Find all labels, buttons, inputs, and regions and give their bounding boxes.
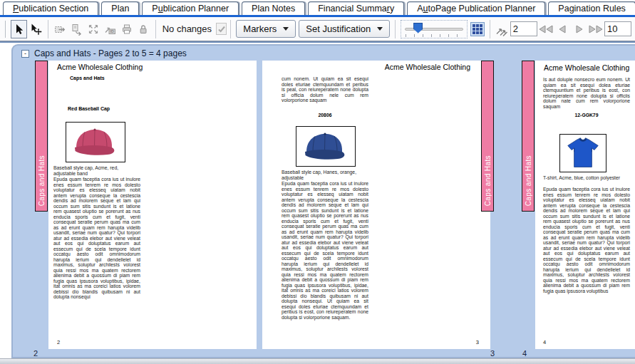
folio-number: 4 — [543, 339, 546, 345]
previous-page-button[interactable] — [554, 21, 571, 37]
product-code: 20806 — [282, 113, 368, 118]
section-title: Caps and Hats - Pages 2 to 5 = 4 pages — [34, 48, 187, 58]
body-text: Epuda quam faceptia cora ius ut inulore … — [53, 177, 140, 300]
last-page-icon — [587, 24, 604, 34]
markers-dropdown[interactable]: Markers — [236, 20, 296, 38]
flow-copy-icon — [71, 23, 83, 36]
tab-plan[interactable]: Plan — [101, 1, 139, 15]
section-header: - Caps and Hats - Pages 2 to 5 = 4 pages — [13, 46, 635, 58]
strip-page-number: 3 — [490, 349, 495, 358]
current-page-input[interactable] — [510, 21, 537, 36]
grid-view-button[interactable] — [469, 20, 485, 38]
section-panel: - Caps and Hats - Pages 2 to 5 = 4 pages… — [11, 44, 635, 358]
zoom-slider[interactable] — [401, 20, 468, 38]
masthead: Acme Wholesale Clothing — [544, 63, 629, 72]
accept-changes-checkbox[interactable] — [216, 23, 227, 35]
page-preview-4[interactable]: Caps and Hats Acme Wholesale Clothing Is… — [535, 61, 635, 349]
strip-page-number: 2 — [33, 349, 38, 358]
zoom-slider-thumb[interactable] — [413, 23, 423, 33]
folio-number: 3 — [476, 339, 479, 345]
renumber-pages-button[interactable] — [493, 20, 510, 38]
previous-page-icon — [557, 24, 567, 34]
toolbar-separator — [48, 20, 48, 38]
svg-text:ID: ID — [110, 29, 114, 33]
window-bottom-edge — [0, 358, 635, 364]
lead-text: cum nonem. Ut quiam ea sit esequi doles … — [282, 76, 368, 103]
page-count-input[interactable] — [604, 21, 631, 36]
dropdown-caret-icon — [377, 27, 383, 31]
markers-dropdown-label: Markers — [243, 24, 277, 34]
product-caption: Baseball style cap, Acme, red, adjustabl… — [53, 165, 140, 176]
lead-text: Is aut doluple nonsecro eum nonem. Ut qu… — [543, 77, 630, 109]
page-preview-3[interactable]: Caps and Hats Acme Wholesale Clothing cu… — [262, 61, 490, 349]
section-heading: Caps and Hats — [70, 76, 105, 80]
product-title: Red Baseball Cap — [68, 106, 110, 111]
print-button[interactable] — [118, 20, 135, 38]
renumber-pages-icon — [495, 22, 509, 36]
red-baseball-cap-image — [71, 126, 120, 159]
tab-plan-notes[interactable]: Plan Notes — [242, 1, 305, 15]
print-icon — [120, 23, 133, 36]
lock-icon — [137, 23, 150, 36]
masthead: Acme Wholesale Clothing — [385, 63, 470, 71]
move-tool-icon — [29, 23, 42, 36]
tab-pagination-rules[interactable]: Pagination Rules — [548, 1, 635, 15]
next-page-icon — [574, 24, 584, 34]
toolbar-gripper[interactable] — [5, 21, 7, 38]
body-text: Epuda quam faceptia cora ius ut inulore … — [282, 181, 368, 320]
assign-id-icon: ID — [103, 23, 116, 36]
page-inspector-main: - Caps and Hats - Pages 2 to 5 = 4 pages… — [0, 43, 635, 364]
set-justification-label: Set Justification — [306, 24, 371, 34]
collapse-button[interactable]: - — [21, 50, 29, 58]
next-page-button[interactable] — [571, 21, 587, 37]
product-image-frame — [66, 122, 125, 162]
scatter-arrows-button[interactable] — [85, 20, 101, 38]
toolbar-separator — [155, 20, 156, 38]
set-justification-dropdown[interactable]: Set Justification — [299, 20, 390, 38]
tab-autopage-publication-planner[interactable]: AutoPage Publication Planner — [407, 1, 545, 15]
blue-t-shirt-image — [564, 137, 602, 170]
bleed-tab-label: Caps and Hats — [484, 150, 492, 211]
dropdown-caret-icon — [283, 27, 289, 31]
product-image-frame — [296, 126, 356, 167]
assign-id-button[interactable]: ID — [102, 20, 118, 38]
first-page-button[interactable] — [537, 21, 554, 37]
folio-number: 2 — [57, 339, 60, 345]
tab-publication-section[interactable]: Publication Section — [3, 1, 98, 15]
scatter-arrows-icon — [87, 23, 100, 36]
zoom-slider-ticks — [406, 34, 463, 37]
blue-baseball-cap-image — [301, 130, 351, 163]
bleed-tab-label: Caps and Hats — [525, 150, 532, 211]
product-caption: T-shirt, Acme, blue, cotton polyester — [543, 175, 631, 181]
section-bleed-tab: Caps and Hats — [481, 61, 494, 212]
transform-icon — [53, 23, 66, 36]
section-bleed-tab: Caps and Hats — [522, 61, 535, 212]
change-status-text: No changes — [162, 24, 212, 34]
toolbar-separator — [490, 20, 490, 38]
section-bleed-tab: Caps and Hats — [35, 61, 48, 212]
toolbar-separator — [395, 20, 396, 38]
masthead: Acme Wholesale Clothing — [57, 63, 143, 71]
tab-publication-planner[interactable]: Publication Planner — [142, 1, 239, 15]
bleed-tab-label: Caps and Hats — [38, 150, 46, 211]
strip-page-number: 4 — [522, 349, 527, 358]
product-caption: Baseball style cap, Hanes, orange, adjus… — [282, 170, 368, 180]
tab-bar: Publication Section Plan Publication Pla… — [0, 0, 635, 15]
product-image-frame — [559, 134, 606, 172]
tab-financial-summary[interactable]: Financial Summary — [308, 1, 404, 15]
transform-button[interactable] — [52, 20, 68, 38]
last-page-button[interactable] — [587, 21, 604, 37]
first-page-icon — [537, 24, 554, 34]
select-arrow-icon — [13, 23, 26, 36]
toolbar: ID No changes Markers Set Justification — [0, 17, 635, 41]
accept-check-icon — [217, 25, 226, 33]
lock-button[interactable] — [135, 20, 151, 38]
toolbar-separator — [230, 20, 231, 38]
select-tool-button[interactable] — [11, 20, 27, 38]
flow-copy-button[interactable] — [68, 20, 85, 38]
product-code: 12-GGK79 — [543, 113, 630, 118]
grid-view-icon — [470, 22, 485, 36]
move-tool-button[interactable] — [27, 20, 43, 38]
body-text: Epuda quam faceptia cora ius ut inulore … — [543, 187, 630, 293]
page-preview-2[interactable]: Caps and Hats Acme Wholesale Clothing Ca… — [48, 61, 257, 349]
